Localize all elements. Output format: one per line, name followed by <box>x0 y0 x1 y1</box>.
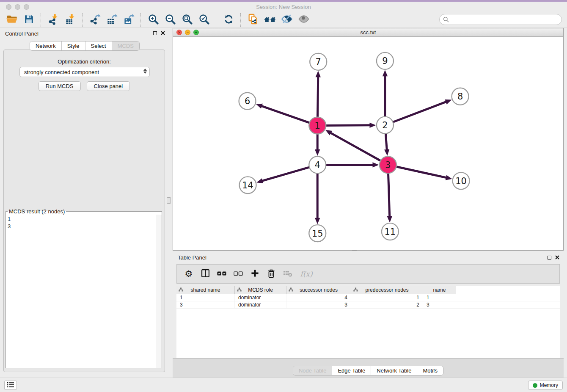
network-canvas[interactable]: 1234678910111415 <box>173 37 563 250</box>
cell[interactable]: 3 <box>423 301 456 308</box>
trash-icon <box>267 269 275 279</box>
edge-1-6[interactable] <box>261 106 309 123</box>
table-body: 1dominator4113dominator323 <box>176 294 560 309</box>
delete-table-button[interactable] <box>283 268 293 280</box>
edge-arrow-icon <box>383 70 388 76</box>
graph-node-4[interactable]: 4 <box>309 156 326 173</box>
edge-1-7[interactable] <box>318 76 318 117</box>
cell[interactable]: 3 <box>176 301 235 308</box>
column-header-MCDS-role[interactable]: MCDS role <box>235 286 286 294</box>
sort-tree-icon <box>353 287 358 293</box>
zoom-out-button[interactable] <box>162 13 179 27</box>
float-panel-icon[interactable] <box>548 256 551 259</box>
export-network-icon <box>89 14 101 26</box>
tab-network[interactable]: Network <box>30 41 62 50</box>
tab-select[interactable]: Select <box>85 41 112 50</box>
zoom-selected-button[interactable] <box>195 13 212 27</box>
close-panel-icon[interactable] <box>555 254 559 261</box>
edge-arrow-icon <box>445 99 451 105</box>
clone-network-button[interactable] <box>245 13 261 27</box>
close-panel-button[interactable]: Close panel <box>87 81 130 91</box>
graph-node-3[interactable]: 3 <box>380 156 396 173</box>
column-header-name[interactable]: name <box>423 286 456 294</box>
edge-4-14[interactable] <box>261 167 309 181</box>
tab-edge-table[interactable]: Edge Table <box>332 366 371 375</box>
edge-2-3[interactable] <box>385 134 387 151</box>
search-input[interactable] <box>439 14 562 25</box>
graph-node-6[interactable]: 6 <box>239 93 256 110</box>
memory-label: Memory <box>540 382 558 388</box>
delete-column-button[interactable] <box>266 268 276 280</box>
neighbors-button[interactable] <box>261 13 278 27</box>
save-session-button[interactable] <box>20 13 37 27</box>
edge-2-8[interactable] <box>393 102 447 122</box>
import-table-button[interactable] <box>62 13 79 27</box>
graph-node-2[interactable]: 2 <box>377 117 394 134</box>
refresh-view-button[interactable] <box>220 13 237 27</box>
select-all-columns-button[interactable] <box>217 268 227 280</box>
node-table: shared nameMCDS rolesuccessor nodesprede… <box>176 286 560 358</box>
table-settings-button[interactable]: ⚙ <box>184 268 194 280</box>
cell[interactable]: 2 <box>351 301 423 308</box>
create-column-button[interactable] <box>250 268 260 280</box>
graph-node-15[interactable]: 15 <box>309 225 326 242</box>
import-network-button[interactable] <box>45 13 62 27</box>
memory-status-icon <box>533 383 537 388</box>
edge-3-1[interactable] <box>330 133 380 161</box>
run-mcds-button[interactable]: Run MCDS <box>39 81 81 91</box>
fit-content-button[interactable] <box>179 13 195 27</box>
memory-button[interactable]: Memory <box>528 381 563 390</box>
cell[interactable]: 1 <box>423 294 456 301</box>
show-all-button[interactable] <box>295 13 312 27</box>
cell[interactable]: 4 <box>286 294 351 301</box>
graph-node-9[interactable]: 9 <box>377 52 394 69</box>
zoom-in-button[interactable] <box>145 13 162 27</box>
tab-node-table[interactable]: Node Table <box>293 366 333 375</box>
unselect-all-columns-button[interactable] <box>233 268 243 280</box>
close-panel-icon[interactable] <box>161 30 165 36</box>
tab-network-table[interactable]: Network Table <box>371 366 417 375</box>
show-panels-button[interactable] <box>4 381 17 390</box>
edge-3-11[interactable] <box>388 174 390 218</box>
column-header-shared-name[interactable]: shared name <box>176 286 235 294</box>
graph-node-8[interactable]: 8 <box>452 88 469 105</box>
cell[interactable]: dominator <box>235 301 286 308</box>
table-row[interactable]: 3dominator323 <box>176 301 560 309</box>
export-image-button[interactable] <box>120 13 137 27</box>
svg-text:9: 9 <box>382 56 388 66</box>
show-columns-button[interactable] <box>200 268 210 280</box>
export-image-icon <box>123 14 135 26</box>
cell[interactable]: dominator <box>235 294 286 301</box>
open-session-button[interactable] <box>3 13 20 27</box>
zoom-in-icon <box>148 14 159 26</box>
edge-3-10[interactable] <box>396 167 447 178</box>
export-table-button[interactable] <box>103 13 120 27</box>
edge-1-2[interactable] <box>326 125 371 126</box>
hide-selected-button[interactable] <box>278 13 295 27</box>
cell[interactable]: 1 <box>176 294 235 301</box>
optimization-criterion-select[interactable]: strongly connected component <box>19 67 150 77</box>
vertical-splitter-grip[interactable] <box>167 197 171 204</box>
mcds-result-text[interactable]: 1 3 <box>8 215 11 230</box>
table-row[interactable]: 1dominator411 <box>176 294 560 301</box>
graph-node-14[interactable]: 14 <box>239 177 256 193</box>
tab-motifs[interactable]: Motifs <box>417 366 443 375</box>
graph-node-7[interactable]: 7 <box>310 53 327 70</box>
graph-node-1[interactable]: 1 <box>309 117 326 134</box>
fit-content-icon <box>182 14 193 26</box>
graph-node-10[interactable]: 10 <box>453 172 470 189</box>
network-window-titlebar[interactable]: ✕ − + scc.txt <box>173 28 563 37</box>
select-stepper-icon <box>143 69 147 74</box>
cell[interactable]: 1 <box>351 294 423 301</box>
graph-node-11[interactable]: 11 <box>382 223 399 240</box>
column-header-predecessor-nodes[interactable]: predecessor nodes <box>351 286 423 294</box>
refresh-icon <box>223 14 234 26</box>
tab-style[interactable]: Style <box>62 41 85 50</box>
float-panel-icon[interactable] <box>153 31 157 35</box>
result-scrollbar[interactable] <box>156 215 162 368</box>
export-network-button[interactable] <box>86 13 103 27</box>
function-builder-button[interactable]: f(x) <box>299 268 314 280</box>
column-header-successor-nodes[interactable]: successor nodes <box>286 286 351 294</box>
tab-mcds[interactable]: MCDS <box>112 41 139 50</box>
cell[interactable]: 3 <box>286 301 351 308</box>
